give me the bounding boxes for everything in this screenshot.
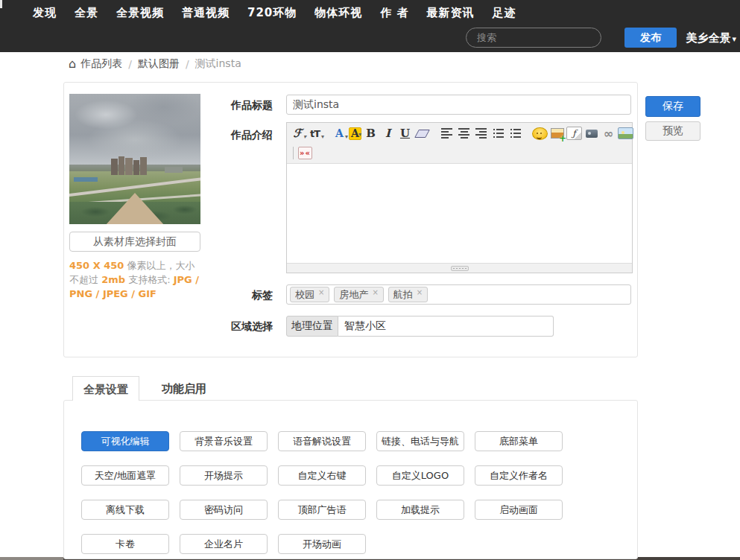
emoticon-icon[interactable] [532,127,548,140]
breadcrumb-separator: / [186,58,189,70]
setting-bottom-menu-button[interactable]: 底部菜单 [475,431,563,451]
tag-label: 航拍 [393,289,413,300]
bold-icon[interactable]: B [363,126,379,141]
geo-location-button[interactable]: 地理位置 [286,316,338,337]
tab-panorama-settings[interactable]: 全景设置 [72,376,139,401]
tag-remove-icon[interactable]: × [318,289,324,296]
title-input[interactable] [286,95,631,115]
logo [0,0,2,8]
preview-button[interactable]: 预览 [645,121,701,141]
align-right-icon[interactable] [473,126,489,141]
tag-remove-icon[interactable]: × [372,289,378,296]
setting-bgm-button[interactable]: 背景音乐设置 [180,431,268,451]
tag-chip[interactable]: 房地产 × [334,287,383,302]
hint-size: 450 X 450 [69,260,124,271]
italic-icon[interactable]: I [380,126,396,141]
editor-resize-handle[interactable] [451,266,469,271]
breadcrumb-works-list[interactable]: 作品列表 [80,57,122,71]
tag-chip[interactable]: 校园 × [290,287,329,302]
thumbnail-buildings [111,156,147,175]
nav-item-authors[interactable]: 作 者 [380,6,408,20]
main-nav: 发现 全景 全景视频 普通视频 720环物 物体环视 作 者 最新资讯 足迹 [33,6,516,20]
flash-icon[interactable]: ƒ [566,127,582,140]
nav-item-panorama[interactable]: 全景 [75,6,98,20]
nav-item-discover[interactable]: 发现 [33,6,57,20]
tags-input[interactable]: 校园 × 房地产 × 航拍 × [286,284,631,305]
nav-item-object-view[interactable]: 物体环视 [314,6,362,20]
setting-password-access-button[interactable]: 密码访问 [180,500,268,520]
setting-visual-edit-button[interactable]: 可视化编辑 [81,431,169,451]
blockquote-icon[interactable]: »« [298,147,312,159]
setting-custom-rightclick-button[interactable]: 自定义右键 [278,465,366,486]
setting-offline-download-button[interactable]: 离线下载 [81,500,169,520]
setting-voice-narration-button[interactable]: 语音解说设置 [278,431,366,451]
ordered-list-icon[interactable] [490,126,506,141]
panorama-settings-panel: 可视化编辑 背景音乐设置 语音解说设置 链接、电话与导航 底部菜单 天空/地面遮… [63,400,638,559]
setting-custom-author-button[interactable]: 自定义作者名 [475,465,563,486]
underline-icon[interactable]: U [397,126,413,141]
breadcrumb-separator: / [128,58,132,70]
editor-toolbar: ℱ tT A A B I U [287,123,632,164]
text-color-icon[interactable]: A [332,126,347,141]
setting-business-card-button[interactable]: 企业名片 [180,534,268,554]
rich-text-editor: ℱ tT A A B I U [286,122,633,273]
nav-item-panorama-video[interactable]: 全景视频 [116,6,164,20]
thumbnail-building [165,167,183,173]
insert-image-icon[interactable] [549,126,565,141]
nav-item-footprints[interactable]: 足迹 [493,6,516,20]
search-input[interactable] [466,28,601,48]
settings-button-grid: 可视化编辑 背景音乐设置 语音解说设置 链接、电话与导航 底部菜单 天空/地面遮… [81,431,563,554]
breadcrumb-current: 测试insta [195,57,241,71]
nav-item-news[interactable]: 最新资讯 [427,6,475,20]
align-center-icon[interactable] [456,126,472,141]
tags-label: 标签 [183,289,273,302]
breadcrumb-default-album[interactable]: 默认图册 [138,57,180,71]
thumbnail-tarp [74,177,98,182]
top-navbar: 发现 全景 全景视频 普通视频 720环物 物体环视 作 者 最新资讯 足迹 发… [0,0,740,52]
image-icon[interactable] [618,127,633,139]
unordered-list-icon[interactable] [507,126,523,141]
thumbnail-roof [105,193,165,224]
breadcrumb: ⌂ 作品列表 / 默认图册 / 测试insta [69,57,241,71]
cover-thumbnail [69,94,200,224]
toolbar-separator [293,147,294,159]
tag-remove-icon[interactable]: × [417,289,423,296]
region-input[interactable] [338,316,554,337]
editor-body[interactable] [287,164,632,263]
tag-label: 房地产 [339,289,368,300]
setting-card-coupon-button[interactable]: 卡卷 [81,534,169,554]
hint-text: 支持格式: [125,274,174,285]
page: 发现 全景 全景视频 普通视频 720环物 物体环视 作 者 最新资讯 足迹 发… [0,0,740,560]
nav-item-normal-video[interactable]: 普通视频 [182,6,230,20]
setting-opening-animation-button[interactable]: 开场动画 [278,534,366,554]
media-icon[interactable] [584,126,599,141]
settings-tabs: 全景设置 功能启用 [72,376,217,401]
setting-loading-tip-button[interactable]: 加载提示 [376,500,464,520]
setting-sky-ground-mask-button[interactable]: 天空/地面遮罩 [81,465,169,486]
remove-format-icon[interactable] [414,126,430,141]
tag-chip[interactable]: 航拍 × [388,287,428,302]
align-left-icon[interactable] [439,126,455,141]
setting-custom-logo-button[interactable]: 自定义LOGO [376,465,464,486]
font-family-icon[interactable]: ℱ [290,126,306,141]
setting-splash-screen-button[interactable]: 启动画面 [475,500,563,520]
choose-cover-button[interactable]: 从素材库选择封面 [69,232,200,252]
region-label: 区域选择 [183,320,273,334]
tag-label: 校园 [295,289,314,300]
publish-button[interactable]: 发布 [624,28,677,48]
setting-opening-tip-button[interactable]: 开场提示 [180,465,268,486]
region-select-group: 地理位置 [286,316,554,337]
editor-statusbar [287,263,632,273]
highlight-color-icon[interactable]: A [349,127,361,140]
link-icon[interactable]: ∞ [601,126,616,141]
save-button[interactable]: 保存 [645,96,701,117]
title-label: 作品标题 [183,99,273,112]
user-menu[interactable]: 美乡全景 [686,31,736,45]
tab-feature-enable[interactable]: 功能启用 [151,376,217,401]
nav-item-720-object[interactable]: 720环物 [247,6,297,20]
font-size-icon[interactable]: tT [307,126,323,141]
home-icon: ⌂ [69,57,76,71]
work-edit-panel: 从素材库选择封面 450 X 450 像素以上，大小不超过 2mb 支持格式: … [63,82,638,357]
setting-link-phone-nav-button[interactable]: 链接、电话与导航 [376,431,464,451]
setting-top-ad-button[interactable]: 顶部广告语 [278,500,366,520]
